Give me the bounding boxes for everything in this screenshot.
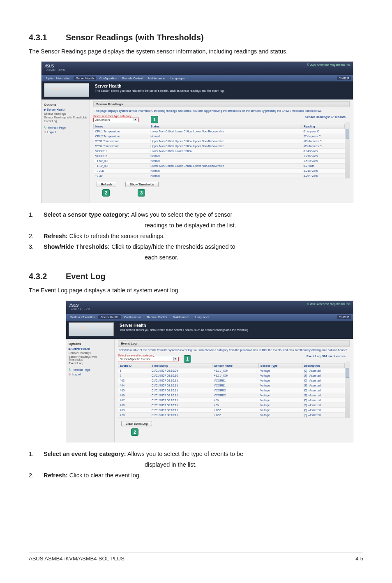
side-logout[interactable]: Logout [69, 372, 112, 376]
menu-maint[interactable]: Maintenance [146, 76, 167, 80]
asus-logo: /isus [69, 302, 78, 308]
corner-text: © 2009 American Megatrends Inc. [307, 63, 350, 66]
list-432: 1.Select an event log category: Allows y… [29, 450, 363, 480]
ss2-scrollbar[interactable] [345, 361, 350, 418]
ss2-panel-desc: Below is a table of the events from the … [119, 349, 350, 352]
ss2-table: Event IDTime StampSensor NameSensor Type… [118, 363, 345, 418]
callout-2b: 2 [131, 428, 138, 436]
heading-432-num: 4.3.2 [29, 272, 66, 281]
side-refresh[interactable]: Refresh Page [69, 368, 112, 372]
table-row[interactable]: SYS1 TemperatureUpper Non-Critical Upper… [94, 139, 345, 144]
col-header[interactable]: Time Stamp [150, 363, 212, 368]
table-row[interactable]: 46601/01/2007 08:10:11VCORE2Voltage[2] -… [118, 393, 345, 398]
table-row[interactable]: 46901/01/2007 08:10:11+12VVoltage[0] - A… [118, 407, 345, 412]
list-431: 1.Select a sensor type category: Allows … [29, 211, 363, 262]
ss2-body: Options ▶ Server Health Sensor Readings … [66, 339, 353, 442]
side-refresh[interactable]: Refresh Page [44, 126, 87, 130]
col-header[interactable]: Status [149, 124, 302, 129]
table-row[interactable]: +3.3VNormal3.264 Volts [94, 174, 345, 178]
menu-sysinfo[interactable]: System Information [68, 315, 97, 319]
show-thresholds-button[interactable]: Show Thresholds [125, 182, 158, 187]
table-row[interactable]: 46301/01/2007 08:10:11VCORE1Voltage[0] -… [118, 378, 345, 383]
footer-right: 4-5 [355, 555, 363, 562]
ss1-sidebar: Options ▶ Server Health Sensor Readings … [42, 99, 90, 203]
col-header[interactable]: Event ID [118, 363, 150, 368]
refresh-button[interactable]: Refresh [97, 182, 116, 187]
callout-1b: 1 [184, 355, 191, 363]
asus-logo: /isus [45, 62, 54, 69]
menu-lang[interactable]: Languages [193, 315, 212, 319]
footer-left: ASUS ASMB4-iKVM/ASMB4-SOL PLUS [29, 555, 125, 562]
side-logout[interactable]: Logout [44, 130, 87, 134]
side-sensor-readings[interactable]: Sensor Readings [44, 112, 87, 115]
ss1-body: Options ▶ Server Health Sensor Readings … [42, 99, 353, 203]
table-row[interactable]: 46501/01/2007 08:10:11VCORE2Voltage[0] -… [118, 388, 345, 393]
side-event-log[interactable]: Event Log [44, 120, 87, 123]
subhead-desc: This section shows you data related to t… [120, 329, 349, 331]
table-row[interactable]: SYS2 TemperatureUpper Non-Critical Upper… [94, 144, 345, 149]
menu-remote[interactable]: Remote Control [120, 76, 145, 80]
ss1-scrollbar[interactable] [345, 122, 350, 178]
side-server-health[interactable]: ▶ Server Health [44, 108, 87, 111]
table-row[interactable]: +1.1V_IOHLower Non-Critical Lower Critic… [94, 164, 345, 169]
ss1-category-dropdown[interactable]: All Sensors [93, 118, 139, 122]
table-row[interactable]: 46401/01/2007 08:10:11VCORE1Voltage[2] -… [118, 383, 345, 388]
callout-1: 1 [151, 116, 158, 123]
menu-server-health[interactable]: Server Health [98, 315, 121, 319]
side-options: Options [44, 103, 87, 106]
ss2-titlebar: /isus ASMB4-iKVM © 2009 American Megatre… [66, 301, 353, 314]
header-thumbnail [69, 322, 114, 336]
side-sensor-readings-th[interactable]: Sensor Readings with Thresholds [44, 116, 87, 119]
menu-sysinfo[interactable]: System Information [43, 76, 73, 80]
ss1-titlebar: /isus ASMB4-iKVM © 2009 American Megatre… [42, 62, 353, 75]
ss2-subheader: Server Health This section shows you dat… [66, 321, 353, 339]
table-row[interactable]: 46701/01/2007 08:10:11+5VVoltage[0] - As… [118, 398, 345, 403]
table-row[interactable]: 101/01/2007 08:10:09+1.1V_IOHVoltage[0] … [118, 368, 345, 373]
table-row[interactable]: VCORE1Lower Non-Critical Lower Critical0… [94, 149, 345, 154]
ss1-main: Sensor Readings This page displays syste… [90, 99, 353, 203]
help-button[interactable]: ? HELP [337, 315, 351, 319]
side-sensor-readings[interactable]: Sensor Readings [69, 352, 112, 354]
table-row[interactable]: 47001/01/2007 08:10:11+12VVoltage[2] - A… [118, 412, 345, 417]
menu-remote[interactable]: Remote Control [145, 315, 170, 319]
ss2-category-dropdown[interactable]: Sensor-Specific Events [118, 357, 179, 361]
header-thumbnail [44, 83, 89, 97]
menu-server-health[interactable]: Server Health [74, 76, 96, 80]
side-server-health[interactable]: ▶ Server Health [69, 347, 112, 351]
menu-config[interactable]: Configuration [122, 315, 144, 319]
ss1-subheader: Server Health This section shows you dat… [42, 81, 353, 99]
menu-lang[interactable]: Languages [168, 76, 187, 80]
col-header[interactable]: Reading [302, 124, 344, 129]
help-button[interactable]: ? HELP [337, 76, 351, 80]
subhead-title: Server Health [120, 323, 349, 328]
heading-432-title: Event Log [66, 272, 106, 281]
side-event-log[interactable]: Event Log [69, 362, 112, 365]
side-sensor-readings-th[interactable]: Sensor Readings withThresholds [69, 355, 112, 361]
table-row[interactable]: 201/01/2007 08:10:10+1.1V_IOHVoltage[2] … [118, 373, 345, 378]
screenshot-sensor-readings: /isus ASMB4-iKVM © 2009 American Megatre… [41, 61, 353, 203]
menu-maint[interactable]: Maintenance [171, 315, 192, 319]
callout-3: 3 [138, 189, 145, 197]
ss1-menubar: System Information Server Health Configu… [42, 75, 353, 81]
ss2-menubar: System Information Server Health Configu… [66, 314, 353, 321]
menu-config[interactable]: Configuration [97, 76, 119, 80]
col-header[interactable]: Sensor Name [212, 363, 259, 368]
table-row[interactable]: CPU2 TemperatureNormal27 degrees C [94, 134, 345, 139]
heading-432: 4.3.2Event Log [29, 272, 363, 281]
ss1-panel-desc: This page displays system sensor informa… [94, 109, 350, 112]
asus-logo-sub: ASMB4-iKVM [71, 308, 90, 310]
asus-logo-sub: ASMB4-iKVM [46, 69, 66, 71]
col-header[interactable]: Sensor Type [258, 363, 302, 368]
table-row[interactable]: +3VSBNormal3.216 Volts [94, 169, 345, 174]
ss2-count: Event Log: 524 event entries [307, 355, 346, 358]
col-header[interactable]: Description [302, 363, 344, 368]
heading-431: 4.3.1Sensor Readings (with Thresholds) [29, 33, 363, 42]
table-row[interactable]: +1.5V_IOHNormal1.520 Volts [94, 159, 345, 164]
ss1-count: Sensor Readings: 27 sensors [305, 116, 346, 118]
table-row[interactable]: VCORE2Normal1.216 Volts [94, 154, 345, 159]
clear-event-log-button[interactable]: Clear Event Log [121, 421, 152, 426]
heading-431-num: 4.3.1 [29, 33, 66, 42]
table-row[interactable]: 46801/01/2007 08:10:11+5VVoltage[2] - As… [118, 403, 345, 407]
table-row[interactable]: CPU1 TemperatureLower Non-Critical Lower… [94, 129, 345, 134]
col-header[interactable]: Name [94, 124, 149, 129]
